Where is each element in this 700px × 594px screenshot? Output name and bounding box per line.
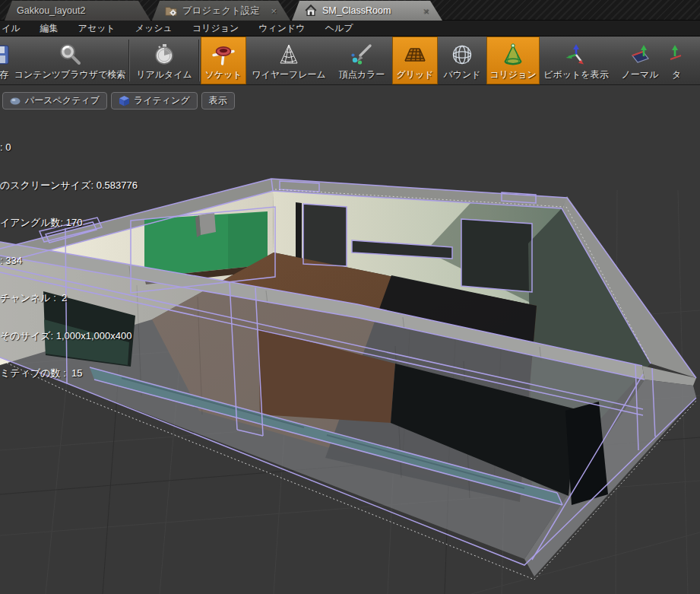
- stat-num-primitives: ミティブの数 : 15: [0, 367, 138, 380]
- window-opening: [461, 219, 532, 292]
- bounds-icon: [450, 41, 474, 68]
- show-pivot-button[interactable]: ピボットを表示: [540, 37, 613, 84]
- 3d-viewport[interactable]: パースペクティブ ライティング 表示 : 0 のスクリーンサイズ: 0.5837…: [0, 85, 700, 594]
- mesh-stats: : 0 のスクリーンサイズ: 0.583776 イアングル数: 170 : 33…: [0, 116, 138, 405]
- realtime-button[interactable]: リアルタイム: [131, 37, 198, 84]
- find-in-content-browser-button[interactable]: コンテンツブラウザで検索: [12, 37, 128, 84]
- perspective-button[interactable]: パースペクティブ: [2, 92, 107, 110]
- stopwatch-icon: [152, 41, 176, 68]
- vertex-color-icon: [350, 41, 374, 68]
- search-icon: [58, 41, 82, 68]
- menu-help[interactable]: ヘルプ: [315, 22, 363, 35]
- save-icon: [0, 41, 11, 68]
- menu-bar: イル 編集 アセット メッシュ コリジョン ウィンドウ ヘルプ: [0, 21, 700, 37]
- menu-file[interactable]: イル: [0, 22, 30, 35]
- tab-gakkou-layout2[interactable]: Gakkou_layout2: [5, 1, 150, 21]
- menu-edit[interactable]: 編集: [30, 22, 68, 35]
- lighting-button[interactable]: ライティング: [111, 92, 198, 110]
- menu-asset[interactable]: アセット: [68, 22, 125, 35]
- tab-bar: Gakkou_layout2 プロジェクト設定 × SM_ClassRoom: [0, 0, 700, 21]
- vertex-color-button[interactable]: 頂点カラー: [331, 37, 392, 84]
- toolbar-separator: [128, 40, 130, 81]
- stat-lod: : 0: [0, 141, 138, 154]
- grid-button[interactable]: グリッド: [392, 37, 438, 84]
- stat-screen-size: のスクリーンサイズ: 0.583776: [0, 179, 138, 192]
- tab-close-icon[interactable]: ×: [271, 6, 277, 16]
- grid-icon: [402, 41, 428, 68]
- collision-button[interactable]: コリジョン: [486, 37, 540, 84]
- pivot-icon: [564, 41, 588, 68]
- menu-window[interactable]: ウィンドウ: [249, 22, 315, 35]
- tab-close-icon[interactable]: ×: [423, 6, 429, 16]
- lighting-cube-icon: [119, 95, 130, 106]
- tangents-button[interactable]: タ: [667, 37, 689, 84]
- folder-gear-icon: [164, 4, 178, 17]
- socket-icon: [211, 41, 236, 68]
- tab-label: プロジェクト設定: [182, 5, 260, 17]
- stat-vertices: : 334: [0, 255, 138, 268]
- wireframe-icon: [277, 41, 301, 68]
- collision-icon: [500, 41, 526, 68]
- sockets-button[interactable]: ソケット: [201, 37, 246, 84]
- stat-uv-channels: チャンネル : 2: [0, 292, 138, 305]
- menu-mesh[interactable]: メッシュ: [125, 22, 182, 35]
- tangent-icon: [667, 41, 689, 68]
- toolbar-separator: [198, 40, 200, 81]
- tab-project-settings[interactable]: プロジェクト設定 ×: [152, 1, 290, 21]
- window-opening: [303, 204, 347, 266]
- normals-button[interactable]: ノーマル: [613, 37, 667, 84]
- tab-sm-classroom[interactable]: SM_ClassRoom ×: [292, 1, 442, 21]
- stat-triangles: イアングル数: 170: [0, 217, 138, 230]
- perspective-icon: [10, 97, 21, 106]
- wireframe-button[interactable]: ワイヤーフレーム: [246, 37, 331, 84]
- house-icon: [304, 4, 318, 17]
- normal-icon: [628, 41, 652, 68]
- save-button[interactable]: 存: [0, 37, 12, 84]
- tab-label: SM_ClassRoom: [322, 5, 391, 16]
- menu-collision[interactable]: コリジョン: [182, 22, 249, 35]
- show-button[interactable]: 表示: [201, 92, 235, 110]
- toolbar: 存 コンテンツブラウザで検索: [0, 37, 700, 85]
- bounds-button[interactable]: バウンド: [438, 37, 486, 84]
- viewport-toolbar: パースペクティブ ライティング 表示: [2, 92, 235, 110]
- tab-label: Gakkou_layout2: [17, 5, 85, 16]
- stat-approx-size: そのサイズ: 1,000x1,000x400: [0, 330, 138, 343]
- static-mesh-editor-window: Gakkou_layout2 プロジェクト設定 × SM_ClassRoom: [0, 0, 700, 594]
